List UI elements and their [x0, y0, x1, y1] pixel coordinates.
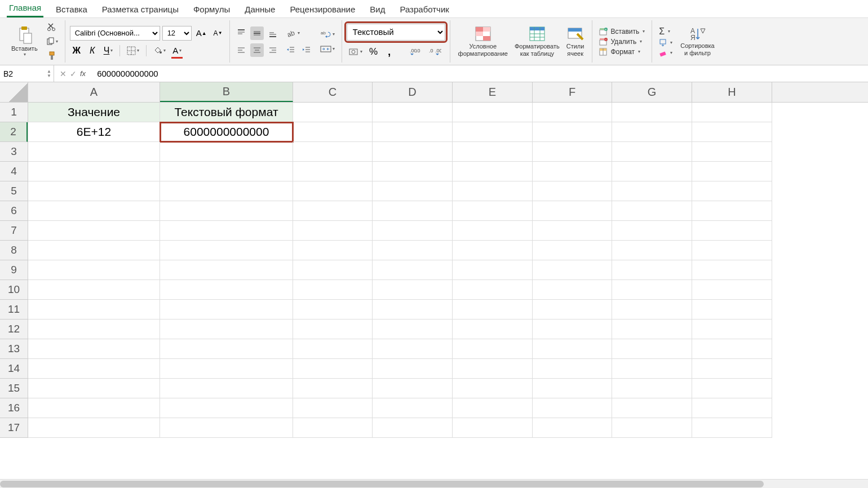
cell-A8[interactable]: [28, 241, 160, 260]
cell-D12[interactable]: [373, 320, 453, 339]
cell-E3[interactable]: [453, 142, 533, 162]
cell-D15[interactable]: [373, 379, 453, 398]
cell-H9[interactable]: [692, 260, 772, 280]
column-header-F[interactable]: F: [533, 82, 612, 102]
cell-E15[interactable]: [453, 379, 533, 398]
cell-E17[interactable]: [453, 418, 533, 438]
cell-E9[interactable]: [453, 260, 533, 280]
column-header-A[interactable]: A: [28, 82, 160, 102]
decrease-decimal-button[interactable]: .0.00: [427, 45, 444, 59]
cell-H16[interactable]: [692, 398, 772, 418]
underline-button[interactable]: Ч▾: [101, 44, 116, 57]
cell-D16[interactable]: [373, 398, 453, 418]
sort-filter-button[interactable]: АЯ Сортировка и фильтр: [677, 20, 718, 63]
column-header-D[interactable]: D: [373, 82, 453, 102]
format-cells-button[interactable]: Формат▾: [597, 47, 643, 56]
italic-button[interactable]: К: [86, 44, 99, 57]
cell-E6[interactable]: [453, 201, 533, 221]
percent-button[interactable]: %: [367, 45, 380, 59]
cell-H7[interactable]: [692, 221, 772, 241]
cell-A6[interactable]: [28, 201, 160, 221]
cell-B3[interactable]: [160, 142, 293, 162]
copy-button[interactable]: ▾: [43, 35, 60, 48]
cell-F8[interactable]: [533, 241, 612, 260]
cell-C15[interactable]: [293, 379, 373, 398]
row-header-5[interactable]: 5: [0, 181, 28, 201]
orientation-button[interactable]: ab▾: [284, 26, 302, 40]
scrollbar-thumb[interactable]: [0, 481, 764, 487]
cell-H3[interactable]: [692, 142, 772, 162]
cell-C2[interactable]: [293, 122, 373, 142]
cell-D3[interactable]: [373, 142, 453, 162]
cell-C9[interactable]: [293, 260, 373, 280]
cell-A16[interactable]: [28, 398, 160, 418]
cell-A15[interactable]: [28, 379, 160, 398]
clear-button[interactable]: ▾: [657, 48, 675, 57]
align-top-button[interactable]: [234, 26, 248, 40]
cell-D2[interactable]: [373, 122, 453, 142]
cut-button[interactable]: [45, 20, 59, 34]
cell-H13[interactable]: [692, 339, 772, 359]
cell-E1[interactable]: [453, 103, 533, 122]
cell-B6[interactable]: [160, 201, 293, 221]
cell-E4[interactable]: [453, 162, 533, 181]
tab-5[interactable]: Рецензирование: [287, 1, 357, 17]
cell-F13[interactable]: [533, 339, 612, 359]
format-painter-button[interactable]: [45, 49, 59, 63]
cell-D14[interactable]: [373, 359, 453, 379]
cell-H6[interactable]: [692, 201, 772, 221]
font-color-button[interactable]: А▾: [170, 44, 184, 57]
horizontal-scrollbar[interactable]: [0, 479, 868, 488]
align-center-button[interactable]: [250, 43, 264, 57]
cell-A9[interactable]: [28, 260, 160, 280]
cell-B4[interactable]: [160, 162, 293, 181]
cell-B15[interactable]: [160, 379, 293, 398]
cell-D13[interactable]: [373, 339, 453, 359]
cancel-formula-button[interactable]: ✕: [60, 69, 67, 78]
cell-G15[interactable]: [612, 379, 692, 398]
comma-button[interactable]: ,: [383, 45, 396, 59]
cell-B11[interactable]: [160, 300, 293, 320]
cell-G14[interactable]: [612, 359, 692, 379]
cell-F12[interactable]: [533, 320, 612, 339]
cell-F5[interactable]: [533, 181, 612, 201]
cell-F17[interactable]: [533, 418, 612, 438]
row-header-10[interactable]: 10: [0, 280, 28, 300]
cell-H15[interactable]: [692, 379, 772, 398]
cell-H17[interactable]: [692, 418, 772, 438]
column-header-C[interactable]: C: [293, 82, 373, 102]
cell-G11[interactable]: [612, 300, 692, 320]
name-box[interactable]: B2 ▲▼: [0, 65, 54, 82]
cell-C14[interactable]: [293, 359, 373, 379]
row-header-11[interactable]: 11: [0, 300, 28, 320]
cell-D7[interactable]: [373, 221, 453, 241]
currency-button[interactable]: ▾: [347, 45, 365, 59]
select-all-corner[interactable]: [0, 82, 28, 103]
row-header-7[interactable]: 7: [0, 221, 28, 241]
cell-E10[interactable]: [453, 280, 533, 300]
tab-7[interactable]: Разработчик: [397, 1, 451, 17]
row-header-17[interactable]: 17: [0, 418, 28, 438]
increase-decimal-button[interactable]: .00.0: [408, 45, 424, 59]
format-as-table-button[interactable]: Форматировать как таблицу: [511, 20, 563, 63]
cell-B17[interactable]: [160, 418, 293, 438]
tab-1[interactable]: Вставка: [54, 1, 90, 17]
cell-F3[interactable]: [533, 142, 612, 162]
cell-A4[interactable]: [28, 162, 160, 181]
increase-font-button[interactable]: A▲: [194, 26, 209, 40]
tab-4[interactable]: Данные: [242, 1, 277, 17]
cell-C6[interactable]: [293, 201, 373, 221]
cells-area[interactable]: ЗначениеТекстовый формат6E+1260000000000…: [28, 103, 868, 438]
cell-A11[interactable]: [28, 300, 160, 320]
row-header-9[interactable]: 9: [0, 260, 28, 280]
cell-A17[interactable]: [28, 418, 160, 438]
cell-F1[interactable]: [533, 103, 612, 122]
tab-0[interactable]: Главная: [7, 0, 43, 17]
cell-H4[interactable]: [692, 162, 772, 181]
insert-cells-button[interactable]: +Вставить▾: [597, 27, 647, 36]
cell-A2[interactable]: 6E+12: [28, 122, 160, 142]
align-left-button[interactable]: [234, 43, 248, 57]
cell-B10[interactable]: [160, 280, 293, 300]
increase-indent-button[interactable]: [300, 43, 313, 57]
row-header-16[interactable]: 16: [0, 398, 28, 418]
